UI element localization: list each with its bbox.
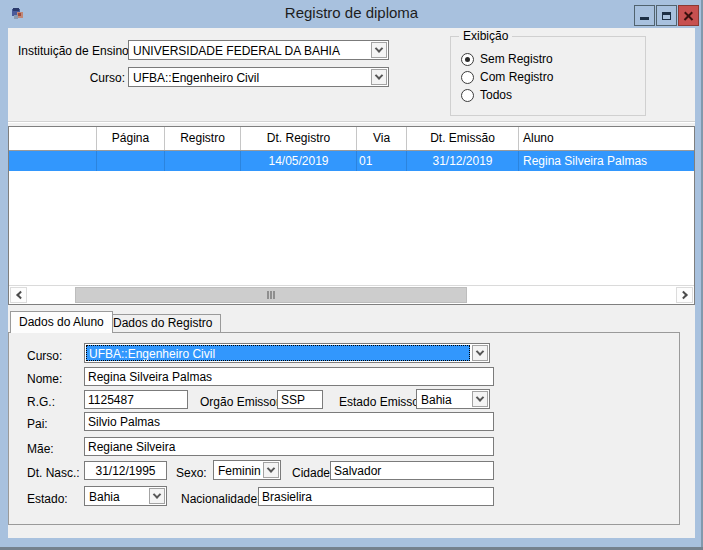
estado-emissor-label: Estado Emissor:: [339, 395, 426, 409]
estado-value: Bahia: [86, 488, 147, 504]
registro-de-diploma-window: Registro de diploma Instituição de Ensin…: [0, 0, 703, 550]
curso-value: UFBA::Engenheiro Civil: [86, 345, 470, 361]
nacionalidade-label: Nacionalidade:: [181, 492, 260, 506]
estado-combobox[interactable]: Bahia: [84, 486, 167, 506]
rg-input[interactable]: [84, 390, 188, 409]
chevron-down-icon: [153, 490, 161, 498]
nacionalidade-input[interactable]: [258, 487, 494, 506]
orgao-emissor-label: Orgão Emissor:: [200, 395, 283, 409]
mae-label: Mãe:: [27, 442, 54, 456]
pai-input[interactable]: [84, 412, 494, 431]
sexo-label: Sexo:: [176, 466, 207, 480]
rg-label: R.G.:: [27, 395, 55, 409]
sexo-dropdown-button[interactable]: [263, 462, 279, 478]
chevron-down-icon: [476, 347, 484, 355]
cidade-label: Cidade:: [292, 466, 333, 480]
cidade-input[interactable]: [330, 461, 494, 480]
nome-label: Nome:: [27, 372, 62, 386]
dt-nasc-label: Dt. Nasc.:: [27, 466, 80, 480]
mae-input[interactable]: [84, 437, 494, 456]
estado-label: Estado:: [27, 492, 68, 506]
orgao-emissor-input[interactable]: [277, 390, 323, 409]
estado-emissor-combobox[interactable]: Bahia: [416, 389, 490, 409]
dt-nasc-input[interactable]: [84, 461, 167, 480]
sexo-combobox[interactable]: Feminino: [213, 460, 281, 480]
sexo-value: Feminino: [215, 462, 261, 478]
estado-emissor-value: Bahia: [418, 391, 470, 407]
estado-dropdown-button[interactable]: [149, 488, 165, 504]
chevron-down-icon: [267, 464, 275, 472]
curso-dropdown-button[interactable]: [472, 345, 488, 361]
curso-combobox[interactable]: UFBA::Engenheiro Civil: [84, 343, 490, 363]
chevron-down-icon: [476, 393, 484, 401]
estado-emissor-dropdown-button[interactable]: [472, 391, 488, 407]
curso-label: Curso:: [27, 349, 62, 363]
pai-label: Pai:: [27, 417, 48, 431]
nome-input[interactable]: [84, 367, 494, 386]
